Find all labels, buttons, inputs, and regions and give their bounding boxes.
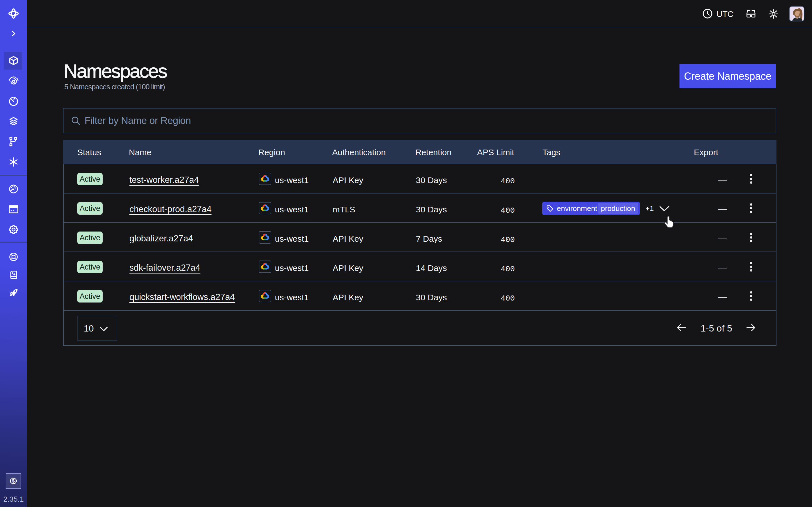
svg-text:$: $ <box>12 478 15 483</box>
